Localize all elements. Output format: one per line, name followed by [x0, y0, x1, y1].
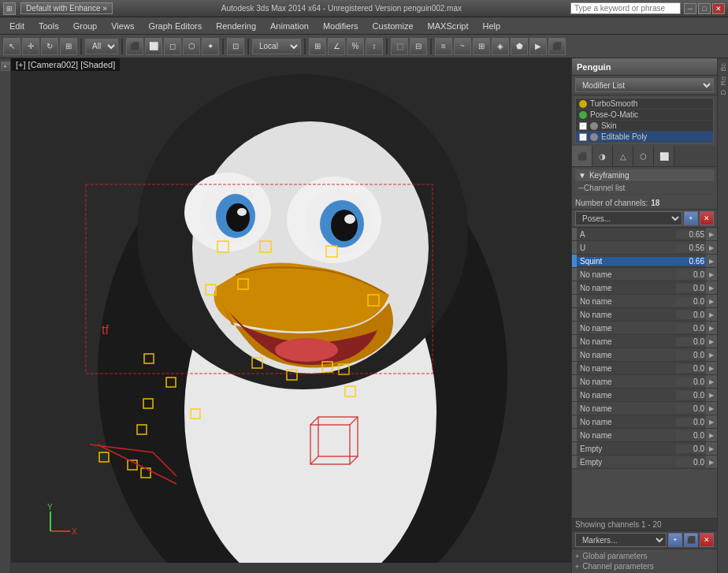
channel-row[interactable]: No name0.0▶	[572, 415, 717, 429]
move-tool[interactable]: ✛	[22, 38, 39, 55]
channel-row[interactable]: No name0.0▶	[572, 308, 717, 322]
modifier-item-turbosмooth[interactable]: TurboSmooth	[576, 99, 713, 110]
render-frame[interactable]: ⬛	[548, 38, 566, 55]
schematic-view[interactable]: ⊞	[473, 38, 490, 55]
percent-snap[interactable]: %	[347, 38, 364, 55]
channel-expand-arrow[interactable]: ▶	[706, 255, 717, 267]
modifier-item-skin[interactable]: ✓ Skin	[576, 121, 713, 132]
modifier-item-editpoly[interactable]: ✓ Editable Poly	[576, 132, 713, 143]
channel-row[interactable]: No name0.0▶	[572, 348, 717, 362]
menu-modifiers[interactable]: Modifiers	[317, 20, 365, 32]
channel-expand-arrow[interactable]: ▶	[706, 429, 717, 441]
spinner-snap[interactable]: ↕	[366, 38, 383, 55]
channel-expand-arrow[interactable]: ▶	[706, 241, 717, 254]
modifier-checkbox-ep[interactable]: ✓	[579, 133, 587, 141]
window-crossing[interactable]: ⊡	[227, 38, 244, 55]
minimize-button[interactable]: ─	[684, 3, 696, 14]
tab-softsel[interactable]: ◑	[592, 146, 613, 166]
reference-frame[interactable]: Local World Screen	[252, 39, 301, 54]
channel-expand-arrow[interactable]: ▶	[706, 402, 717, 415]
channel-row[interactable]: No name0.0▶	[572, 375, 717, 389]
maximize-button[interactable]: □	[698, 3, 711, 14]
menu-rendering[interactable]: Rendering	[210, 20, 262, 32]
align-btn[interactable]: ⊟	[410, 38, 427, 55]
menu-maxscript[interactable]: MAXScript	[422, 20, 475, 32]
viewport[interactable]: [+] [Camera002] [Shaded]	[11, 58, 571, 573]
lasso-select[interactable]: ⬡	[183, 38, 200, 55]
channel-list-header[interactable]: ─ Channel list	[575, 182, 714, 195]
tab-selection[interactable]: ⬛	[572, 146, 592, 166]
channel-row[interactable]: No name0.0▶	[572, 295, 717, 308]
channel-row[interactable]: No name0.0▶	[572, 362, 717, 375]
fence-select[interactable]: ◻	[164, 38, 181, 55]
channel-row[interactable]: No name0.0▶	[572, 322, 717, 335]
channel-expand-arrow[interactable]: ▶	[706, 456, 717, 468]
channel-row[interactable]: Empty0.0▶	[572, 456, 717, 469]
select-btn[interactable]: ⬛	[126, 38, 143, 55]
markers-add-btn[interactable]: +	[668, 533, 682, 547]
angle-snap[interactable]: ∠	[328, 38, 345, 55]
menu-views[interactable]: Views	[105, 20, 140, 32]
channel-expand-arrow[interactable]: ▶	[706, 415, 717, 428]
channel-row[interactable]: No name0.0▶	[572, 429, 717, 442]
channel-expand-arrow[interactable]: ▶	[706, 228, 717, 240]
poses-add-btn[interactable]: +	[684, 211, 698, 225]
keyframing-header[interactable]: ▼ Keyframing	[575, 169, 714, 182]
select-tool[interactable]: ↖	[3, 38, 20, 55]
paint-select[interactable]: ✦	[202, 38, 219, 55]
tab-paint[interactable]: ⬜	[654, 146, 674, 166]
poses-dropdown[interactable]: Poses...	[575, 211, 682, 225]
channel-expand-arrow[interactable]: ▶	[706, 348, 717, 361]
mirror-btn[interactable]: ⬚	[391, 38, 408, 55]
channel-row[interactable]: No name0.0▶	[572, 335, 717, 348]
channel-expand-arrow[interactable]: ▶	[706, 375, 717, 388]
channel-expand-arrow[interactable]: ▶	[706, 281, 717, 294]
channel-expand-arrow[interactable]: ▶	[706, 335, 717, 348]
menu-graph-editors[interactable]: Graph Editors	[142, 20, 208, 32]
menu-tools[interactable]: Tools	[32, 20, 65, 32]
channel-row[interactable]: U0.56▶	[572, 241, 717, 255]
region-select[interactable]: ⬜	[145, 38, 162, 55]
channel-expand-arrow[interactable]: ▶	[706, 295, 717, 307]
snap-toggle[interactable]: ⊞	[309, 38, 326, 55]
channel-row[interactable]: Empty0.0▶	[572, 442, 717, 456]
modifier-list-dropdown[interactable]: Modifier List	[575, 78, 714, 92]
layer-manager[interactable]: ≡	[435, 38, 452, 55]
channel-row[interactable]: No name0.0▶	[572, 268, 717, 281]
menu-animation[interactable]: Animation	[264, 20, 315, 32]
channel-expand-arrow[interactable]: ▶	[706, 389, 717, 401]
render-setup[interactable]: ⬟	[511, 38, 528, 55]
channel-row[interactable]: No name0.0▶	[572, 402, 717, 415]
channel-row[interactable]: A0.65▶	[572, 228, 717, 241]
modifier-item-poseomatic[interactable]: Pose-O-Matic	[576, 110, 713, 121]
channel-expand-arrow[interactable]: ▶	[706, 308, 717, 321]
preset-button[interactable]: Default with Enhance »	[20, 2, 113, 14]
menu-edit[interactable]: Edit	[3, 20, 31, 32]
curve-editor[interactable]: ~	[454, 38, 471, 55]
tab-subdivision[interactable]: ⬡	[633, 146, 654, 166]
channel-row[interactable]: Squint0.66▶	[572, 255, 717, 268]
close-button[interactable]: ✕	[712, 3, 725, 14]
filter-dropdown[interactable]: All	[85, 39, 118, 54]
channel-row[interactable]: No name0.0▶	[572, 281, 717, 295]
channel-row[interactable]: No name0.0▶	[572, 389, 717, 402]
search-input[interactable]	[570, 2, 681, 14]
channel-expand-arrow[interactable]: ▶	[706, 442, 717, 455]
rotate-tool[interactable]: ↻	[41, 38, 58, 55]
markers-del-btn[interactable]: ✕	[700, 533, 714, 547]
modifier-checkbox-skin[interactable]: ✓	[579, 122, 587, 130]
menu-group[interactable]: Group	[67, 20, 104, 32]
channel-expand-arrow[interactable]: ▶	[706, 362, 717, 374]
scale-tool[interactable]: ⊞	[60, 38, 77, 55]
global-params-row[interactable]: + Global parameters	[575, 551, 714, 561]
markers-dropdown[interactable]: Markers...	[575, 533, 667, 547]
menu-help[interactable]: Help	[477, 20, 507, 32]
poses-delete-btn[interactable]: ✕	[700, 211, 714, 225]
channel-expand-arrow[interactable]: ▶	[706, 268, 717, 281]
markers-btn2[interactable]: ⬛	[684, 533, 698, 547]
channel-expand-arrow[interactable]: ▶	[706, 322, 717, 334]
tab-geometry[interactable]: △	[613, 146, 633, 166]
material-editor[interactable]: ◈	[492, 38, 509, 55]
channel-params-row[interactable]: + Channel parameters	[575, 561, 714, 571]
render-btn[interactable]: ▶	[529, 38, 547, 55]
